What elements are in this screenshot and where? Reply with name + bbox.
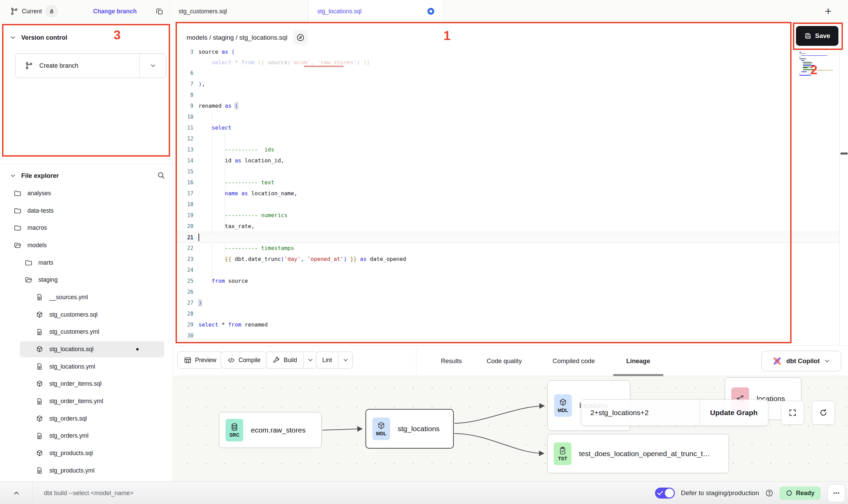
line-number: 28 — [176, 308, 193, 319]
preview-button[interactable]: Preview — [177, 352, 223, 369]
code-line-21[interactable]: 21 — [176, 232, 839, 243]
code-line-24[interactable]: 24 — [176, 265, 839, 276]
code-line-26[interactable]: 26 — [176, 287, 839, 297]
line-content: ---------- timestamps — [193, 243, 294, 254]
new-tab-button[interactable]: + — [825, 4, 832, 18]
create-branch-dropdown[interactable] — [139, 54, 166, 78]
file-item-stg_products.sql[interactable]: stg_products.sql — [0, 445, 173, 462]
file-item-stg_order_items.sql[interactable]: stg_order_items.sql — [0, 375, 173, 393]
refresh-graph-button[interactable] — [812, 401, 835, 425]
code-line-30[interactable]: 30 — [176, 330, 839, 341]
file-item-analyses[interactable]: analyses — [0, 185, 173, 202]
line-content — [193, 287, 198, 297]
file-item-stg_order_items.yml[interactable]: stg_order_items.yml — [0, 393, 173, 410]
lineage-navigate-button[interactable] — [293, 30, 308, 45]
lineage-node-ecomraw_stores[interactable]: SRCecom.raw_stores — [219, 412, 322, 448]
more-options-button[interactable] — [827, 484, 845, 502]
code-line-7[interactable]: 7), — [176, 79, 839, 90]
file-item-label: stg_orders.yml — [49, 432, 89, 439]
file-item-stg_orders.yml[interactable]: stg_orders.yml — [0, 427, 173, 445]
dbt-copilot-button[interactable]: dbt Copilot — [761, 351, 841, 371]
code-line-25[interactable]: 25 from source — [176, 276, 839, 287]
fullscreen-button[interactable] — [781, 401, 804, 425]
panel-tab-compiled-code[interactable]: Compiled code — [541, 346, 607, 376]
file-item-stg_customers.yml[interactable]: stg_customers.yml — [0, 323, 173, 341]
file-item-macros[interactable]: macros — [0, 219, 173, 237]
file-icon — [36, 363, 44, 370]
defer-toggle[interactable] — [655, 488, 675, 499]
code-line-9[interactable]: 9renamed as ( — [176, 101, 839, 111]
file-explorer-header[interactable]: File explorer — [0, 168, 173, 183]
code-line-15[interactable]: 15 — [176, 166, 839, 177]
line-number: 16 — [176, 177, 193, 188]
save-button[interactable]: Save — [796, 26, 838, 46]
help-icon[interactable] — [765, 489, 773, 497]
code-line-12[interactable]: 12 — [176, 133, 839, 144]
copy-branch-button[interactable] — [154, 6, 165, 17]
change-branch-link[interactable]: Change branch — [93, 0, 137, 23]
code-line-16[interactable]: 16 ---------- text — [176, 177, 839, 188]
line-content: ) — [193, 297, 202, 308]
file-item-label: models — [27, 242, 47, 249]
file-item-stg_locations.yml[interactable]: stg_locations.yml — [0, 358, 173, 375]
compile-button[interactable]: Compile — [221, 352, 267, 369]
file-item-stg_customers.sql[interactable]: stg_customers.sql — [0, 306, 173, 323]
build-dropdown[interactable] — [303, 352, 318, 368]
model-icon — [36, 380, 44, 388]
version-control-header[interactable]: Version control — [0, 30, 173, 45]
file-item-marts[interactable]: marts — [0, 254, 173, 271]
code-area[interactable]: 3source as ( select * from {{ source('ec… — [176, 47, 839, 341]
code-line-10[interactable]: 10 — [176, 111, 839, 122]
code-line-29[interactable]: 29select * from renamed — [176, 319, 839, 330]
lineage-node-test_does_location_opened_at_t[interactable]: TSTtest_does_location_opened_at_trunc_t… — [547, 434, 729, 473]
breadcrumb: models / staging / stg_locations.sql — [187, 34, 287, 41]
command-bar-expander[interactable] — [0, 482, 33, 504]
command-input[interactable]: dbt build --select <model_name> — [44, 482, 283, 504]
lineage-node-stg_locations[interactable]: MDLstg_locations — [365, 409, 454, 449]
lineage-graph-panel[interactable]: SRCecom.raw_storesMDLstg_locationsMDLloc… — [173, 376, 848, 481]
current-branch-selector[interactable]: Current — [10, 0, 58, 23]
panel-tab-results[interactable]: Results — [435, 346, 468, 376]
lineage-selector-input[interactable]: 2+stg_locations+2 — [581, 400, 699, 425]
file-item-stg_orders.sql[interactable]: stg_orders.sql — [0, 410, 173, 427]
panel-tab-lineage[interactable]: Lineage — [613, 346, 663, 376]
chevron-down-icon — [10, 34, 16, 41]
create-branch-label: Create branch — [39, 62, 78, 69]
editor-tab-stg_customers.sql[interactable]: stg_customers.sql — [169, 0, 308, 23]
file-search-button[interactable] — [157, 171, 166, 180]
editor-scrollbar-thumb[interactable] — [840, 152, 848, 155]
file-item-data-tests[interactable]: data-tests — [0, 202, 173, 220]
code-line-28[interactable]: 28 — [176, 308, 839, 319]
panel-tab-code-quality[interactable]: Code quality — [474, 346, 534, 376]
code-line-6[interactable]: 6 — [176, 68, 839, 79]
line-content: name as location_name, — [193, 188, 297, 199]
lint-button[interactable]: Lint — [316, 352, 353, 369]
editor-tab-stg_locations.sql[interactable]: stg_locations.sql — [308, 0, 444, 23]
line-number: 22 — [176, 243, 193, 254]
build-button[interactable]: Build — [266, 352, 318, 369]
code-line-19[interactable]: 19 ---------- numerics — [176, 210, 839, 221]
file-item-stg_products.yml[interactable]: stg_products.yml — [0, 462, 173, 479]
code-line-22[interactable]: 22 ---------- timestamps — [176, 243, 839, 254]
file-item-__sources.yml[interactable]: __sources.yml — [0, 289, 173, 306]
editor-minimap[interactable] — [799, 52, 838, 77]
wrench-icon — [272, 356, 280, 364]
code-line-23[interactable]: 23 {{ dbt.date_trunc('day', 'opened_at')… — [176, 254, 839, 265]
create-branch-button[interactable]: Create branch — [15, 53, 166, 78]
lint-dropdown[interactable] — [338, 352, 352, 368]
code-line-3[interactable]: 3source as ( — [176, 47, 839, 57]
code-line-11[interactable]: 11 select — [176, 122, 839, 133]
code-line-8[interactable]: 8 — [176, 90, 839, 101]
update-graph-button[interactable]: Update Graph — [699, 400, 768, 425]
sidebar: Version control Create branch File explo… — [0, 23, 173, 481]
code-line-27[interactable]: 27) — [176, 297, 839, 308]
code-line-14[interactable]: 14 id as location_id, — [176, 155, 839, 166]
code-line-18[interactable]: 18 — [176, 199, 839, 210]
code-line-20[interactable]: 20 tax_rate, — [176, 221, 839, 232]
node-type-badge: MDL — [558, 408, 568, 413]
code-line-13[interactable]: 13 ---------- ids — [176, 144, 839, 155]
file-item-stg_locations.sql[interactable]: stg_locations.sql — [0, 341, 173, 358]
file-item-staging[interactable]: staging — [0, 271, 173, 289]
code-line-17[interactable]: 17 name as location_name, — [176, 188, 839, 199]
file-item-models[interactable]: models — [0, 237, 173, 254]
